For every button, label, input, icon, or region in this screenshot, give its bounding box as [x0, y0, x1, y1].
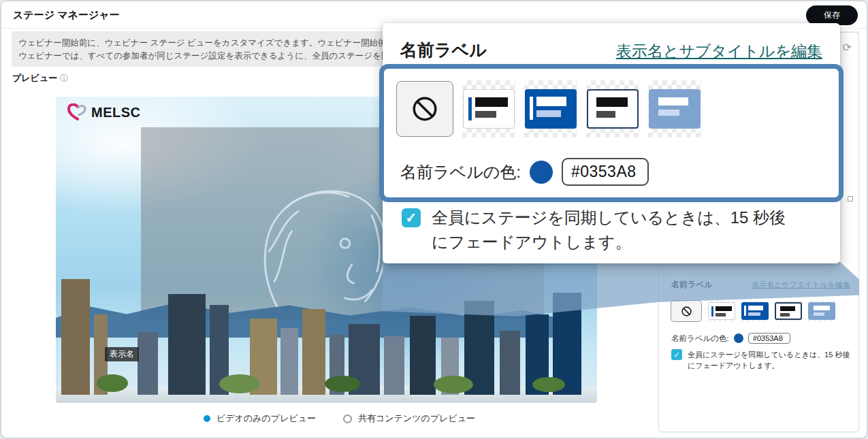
sidebar-edit-display-name-link[interactable]: 表示名とサブタイトルを編集 — [752, 280, 850, 290]
sidebar-sync-line2: にフェードアウトします。 — [688, 360, 850, 371]
callout-style-light-outlined[interactable] — [587, 89, 639, 129]
radio-shared-content[interactable]: 共有コンテンツのプレビュー — [343, 412, 475, 425]
callout-style-none-button[interactable] — [396, 81, 453, 137]
preview-mode-radios: ビデオのみのプレビュー 共有コンテンツのプレビュー — [204, 412, 475, 425]
radio-shared-content-label: 共有コンテンツのプレビュー — [358, 412, 475, 425]
prohibition-icon — [681, 306, 692, 317]
callout-fadeout-checkbox[interactable]: ✓ — [402, 208, 421, 227]
sidebar-label-style-options — [671, 300, 835, 322]
sidebar-name-label-header: 名前ラベル 表示名とサブタイトルを編集 — [671, 279, 850, 291]
sidebar-name-label-color-row: 名前ラベルの色: — [671, 333, 790, 344]
sidebar-fadeout-checkbox[interactable]: ✓ — [671, 349, 682, 360]
annotation-resize-handle[interactable] — [848, 196, 853, 201]
callout-color-label: 名前ラベルの色: — [400, 161, 521, 183]
page-title: ステージ マネージャー — [13, 9, 120, 22]
refresh-icon[interactable]: ⟳ — [843, 42, 852, 53]
app-window: ステージ マネージャー 保存 ウェビナー開始前に、ウェビナー ステージ ビューを… — [0, 0, 868, 439]
sidebar-fadeout-option: ✓ 全員にステージを同期しているときは、15 秒後 にフェードアウトします。 — [671, 349, 850, 371]
callout-label-style-options — [396, 80, 701, 137]
sidebar-color-hex-input[interactable] — [748, 333, 790, 344]
sidebar-name-label-heading: 名前ラベル — [671, 279, 713, 291]
brand-logo: MELSC — [67, 103, 141, 121]
callout-color-hex-input[interactable] — [562, 158, 649, 186]
callout-name-label-color-row: 名前ラベルの色: — [400, 158, 649, 186]
callout-color-swatch[interactable] — [530, 161, 553, 184]
radio-selected-icon[interactable] — [204, 415, 210, 422]
heart-logo-icon — [67, 103, 87, 121]
sidebar-style-none-button[interactable] — [671, 300, 702, 322]
sidebar-sync-line1: 全員にステージを同期しているときは、15 秒後 — [688, 349, 850, 360]
sidebar-color-label: 名前ラベルの色: — [671, 334, 729, 344]
name-label-zoom-callout: 名前ラベル 表示名とサブタイトルを編集 — [383, 23, 840, 263]
callout-edit-display-name-link[interactable]: 表示名とサブタイトルを編集 — [616, 41, 822, 62]
sidebar-style-light-outlined[interactable] — [775, 302, 802, 320]
callout-name-label-heading: 名前ラベル — [400, 39, 487, 61]
sidebar-style-translucent-blue[interactable] — [808, 302, 835, 320]
callout-style-translucent-blue[interactable] — [649, 89, 701, 129]
info-icon[interactable]: ⓘ — [60, 74, 68, 83]
radio-video-only[interactable]: ビデオのみのプレビュー — [204, 412, 316, 425]
sidebar-style-light-left-accent[interactable] — [708, 302, 735, 320]
display-name-label: 表示名 — [105, 347, 139, 361]
callout-fadeout-option: ✓ 全員にステージを同期しているときは、15 秒後 にフェードアウトします。 — [402, 206, 786, 255]
radio-video-only-label: ビデオのみのプレビュー — [216, 412, 316, 425]
sidebar-style-blue-left-accent[interactable] — [741, 302, 769, 320]
sidebar-color-swatch[interactable] — [734, 334, 743, 343]
radio-unselected-icon[interactable] — [343, 414, 352, 423]
callout-style-blue-left-accent[interactable] — [525, 89, 577, 129]
brand-logo-text: MELSC — [91, 105, 141, 120]
callout-sync-line2: にフェードアウトします。 — [432, 230, 786, 255]
prohibition-icon — [411, 95, 439, 123]
callout-style-light-left-accent[interactable] — [463, 89, 515, 129]
callout-sync-line1: 全員にステージを同期しているときは、15 秒後 — [432, 206, 786, 230]
preview-section-label: プレビューⓘ — [12, 72, 68, 84]
save-button[interactable]: 保存 — [806, 5, 858, 25]
